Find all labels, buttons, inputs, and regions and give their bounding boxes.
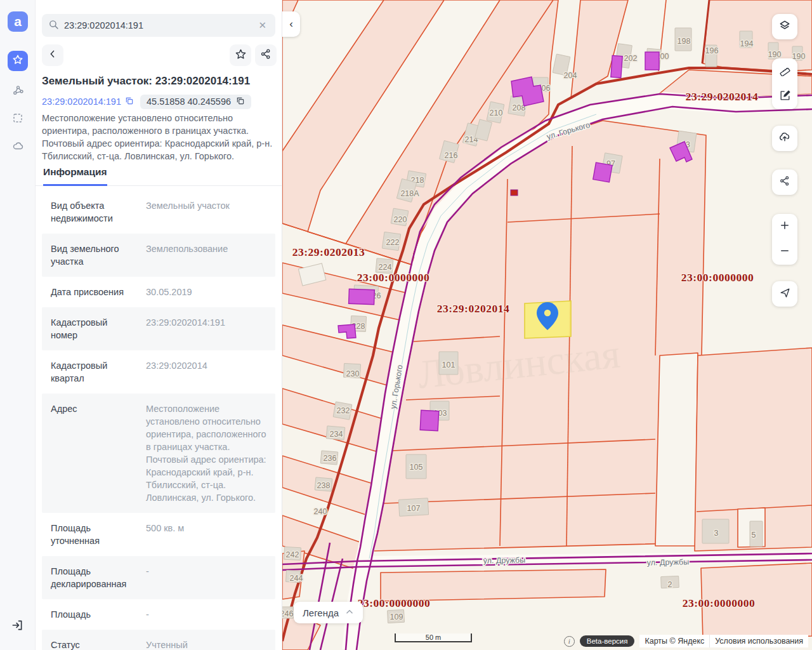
info-row-label: Вид земельного участка xyxy=(51,242,134,268)
tab-information[interactable]: Информация xyxy=(43,166,107,186)
info-row-label: Площадь декларированная xyxy=(51,565,134,590)
yandex-attribution-link[interactable]: Карты © Яндекс xyxy=(639,635,709,647)
back-button[interactable] xyxy=(42,44,63,66)
panel-tabs: Информация xyxy=(36,165,282,186)
building-label: 202 xyxy=(624,54,638,63)
measure-draw-group xyxy=(772,58,797,109)
polygon-tool-button[interactable] xyxy=(8,81,28,102)
info-row-label: Адрес xyxy=(51,402,134,504)
building-label: 240 xyxy=(314,507,327,516)
dashed-square-icon xyxy=(12,112,23,126)
cadastral-quarter-label[interactable]: 23:29:0202014 xyxy=(686,90,758,103)
app-logo[interactable]: a xyxy=(8,11,28,32)
share-object-button[interactable] xyxy=(255,44,277,66)
building-label: 109 xyxy=(390,613,403,621)
cadastral-quarter-label[interactable]: 23:00:0000000 xyxy=(358,597,430,609)
search-icon xyxy=(48,19,59,32)
info-row: Дата присвоения30.05.2019 xyxy=(42,277,275,307)
scale-label: 50 m xyxy=(426,633,441,641)
building-label: 5 xyxy=(752,531,756,540)
building-label: 244 xyxy=(290,574,303,583)
locate-button[interactable] xyxy=(772,281,797,307)
favorites-rail-button[interactable] xyxy=(8,51,28,71)
map-attribution: i Beta-версия Карты © Яндекс Условия исп… xyxy=(564,635,808,647)
building-label: 198 xyxy=(678,37,691,46)
street-label: ул. Дружбы xyxy=(647,557,690,567)
terms-link[interactable]: Условия использования xyxy=(709,635,808,647)
left-icon-rail: a xyxy=(0,0,36,650)
zoom-out-button[interactable] xyxy=(772,239,797,265)
info-row-value: 30.05.2019 xyxy=(146,286,266,298)
clear-search-icon[interactable]: ✕ xyxy=(256,18,269,32)
info-row-value: Местоположение установлено относительно … xyxy=(146,402,266,504)
search-input[interactable] xyxy=(64,20,256,30)
red-building xyxy=(511,190,518,196)
zoom-in-button[interactable] xyxy=(772,214,797,239)
info-row: Вид объекта недвижимостиЗемельный участо… xyxy=(42,190,275,234)
info-row-value: Землепользование xyxy=(146,242,266,268)
info-row: Вид земельного участкаЗемлепользование xyxy=(42,234,275,277)
info-row-label: Площадь xyxy=(51,608,134,621)
draw-button[interactable] xyxy=(772,84,797,109)
building-label: 107 xyxy=(407,504,421,513)
cadastral-quarter-label[interactable]: 23:00:0000000 xyxy=(683,597,755,609)
info-row-value: - xyxy=(146,608,266,621)
upload-button[interactable] xyxy=(772,126,797,151)
star-icon xyxy=(12,54,23,68)
info-row-label: Площадь уточненная xyxy=(51,522,134,547)
building-label: 238 xyxy=(317,481,331,490)
copy-icon[interactable] xyxy=(236,96,245,107)
building-label: 101 xyxy=(442,361,455,369)
legend-button[interactable]: Легенда xyxy=(294,602,363,623)
collapse-panel-button[interactable]: ‹ xyxy=(282,11,300,37)
cadastral-number-link[interactable]: 23:29:0202014:191 xyxy=(42,96,134,107)
building-label: 222 xyxy=(386,238,400,247)
building-label: 232 xyxy=(337,406,350,415)
info-row: Площадь декларированная- xyxy=(42,556,275,599)
cloud-icon xyxy=(12,140,24,155)
info-row: Площадь уточненная500 кв. м xyxy=(42,513,275,556)
share-icon xyxy=(260,48,272,62)
building-label: 204 xyxy=(564,71,577,80)
cadastral-quarter-label[interactable]: 23:00:0000000 xyxy=(357,271,429,284)
scale-bar: 50 m xyxy=(395,633,472,642)
coordinates-chip[interactable]: 45.51858 40.245596 xyxy=(140,95,251,109)
beta-badge: Beta-версия xyxy=(580,635,635,647)
edit-icon xyxy=(779,90,791,104)
object-meta-row: 23:29:0202014:191 45.51858 40.245596 xyxy=(42,94,275,109)
star-outline-icon xyxy=(235,48,247,63)
share-map-button[interactable] xyxy=(772,169,797,195)
object-description: Местоположение установлено относительно … xyxy=(42,112,275,162)
select-area-button[interactable] xyxy=(8,109,28,129)
info-icon[interactable]: i xyxy=(564,636,575,647)
building-label: 210 xyxy=(490,109,503,117)
cadastral-quarter-label[interactable]: 23:29:0202013 xyxy=(292,246,365,258)
building-label: 2 xyxy=(668,580,672,589)
cloud-upload-icon xyxy=(778,131,791,146)
ruler-button[interactable] xyxy=(772,58,797,84)
building-label: 190 xyxy=(768,50,782,59)
copy-icon[interactable] xyxy=(125,96,134,107)
building-label: 230 xyxy=(346,369,360,378)
search-bar[interactable]: ✕ xyxy=(42,14,275,37)
street-label: ул. Дружбы xyxy=(483,555,526,565)
favorite-button[interactable] xyxy=(230,44,251,66)
map-canvas[interactable]: Ловлинская 20420220019819619419019020620… xyxy=(282,0,812,650)
login-button[interactable] xyxy=(9,618,25,635)
cadastral-quarter-label[interactable]: 23:29:0202014 xyxy=(437,302,509,315)
building-label: 224 xyxy=(379,263,392,272)
building-label: 218А xyxy=(400,189,419,198)
ruler-icon xyxy=(779,64,791,79)
building-label: 3 xyxy=(714,529,719,538)
minus-icon xyxy=(779,245,790,259)
info-row-label: Статус xyxy=(51,639,134,650)
building-label: 105 xyxy=(410,463,423,472)
polygon-icon xyxy=(12,84,24,99)
info-row-label: Вид объекта недвижимости xyxy=(51,199,134,225)
login-icon xyxy=(11,619,23,634)
info-row-value: 500 кв. м xyxy=(146,522,266,547)
cadastral-quarter-label[interactable]: 23:00:0000000 xyxy=(681,271,754,284)
layers-button[interactable] xyxy=(772,14,797,39)
cloud-layers-button[interactable] xyxy=(8,137,28,157)
info-row-value: - xyxy=(146,565,266,590)
